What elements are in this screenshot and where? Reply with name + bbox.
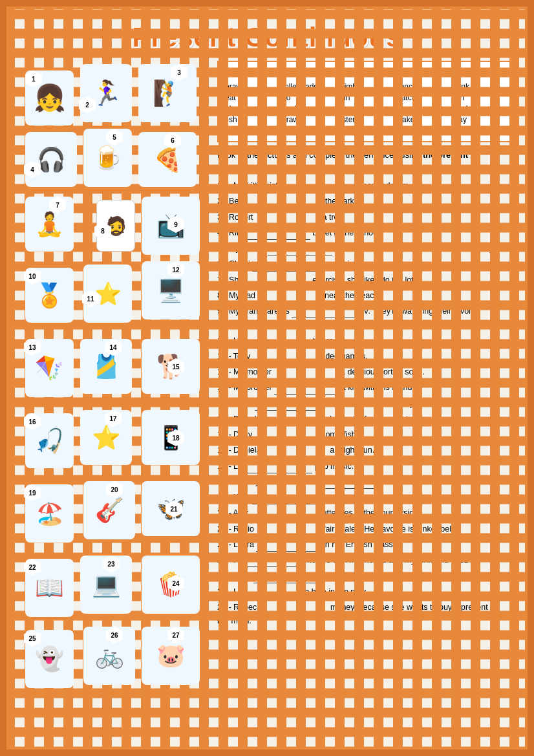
verb: climb — [337, 81, 392, 92]
exercise-2: 2.- Betty in the park. — [217, 195, 512, 208]
ex-num: 10.- He — [217, 336, 246, 345]
blank-23[interactable] — [256, 543, 321, 552]
verb: listen — [337, 114, 392, 125]
blank-16[interactable] — [255, 433, 319, 442]
verb: make — [394, 114, 449, 125]
verb: run — [337, 92, 392, 103]
ex-num: 16.- Dany — [217, 430, 255, 439]
ex-num: 20.- Kate — [217, 493, 252, 502]
verb: draw — [281, 114, 335, 125]
verb: dress up — [337, 125, 392, 136]
exercises: 1.- My Little sister in her bedroom. 2.-… — [217, 179, 512, 628]
verb: save — [451, 125, 506, 136]
ex-after: sand castles in the beach. — [381, 477, 476, 486]
ex-after: a kite with his friends. — [339, 383, 418, 392]
blank-8[interactable] — [258, 294, 323, 303]
ex-after: a bright sun. — [328, 446, 374, 455]
image-grid: 👧 1 🏃‍♀️ 2 🧗 3 🎧 — [22, 61, 206, 695]
exercise-4: 4.- Rita ballet in the school. — [217, 226, 512, 240]
blank-15[interactable] — [263, 417, 328, 426]
exercise-9: 9.- My grandparents TV. They're watching… — [217, 305, 512, 332]
ex-num: 13.- My brother — [217, 383, 274, 392]
blank-12[interactable] — [274, 370, 339, 379]
blank-13[interactable] — [274, 386, 339, 395]
instructions: Look at the pictures and complete the se… — [217, 149, 512, 174]
blank-27[interactable] — [264, 605, 328, 614]
ex-after: some fish. — [319, 430, 358, 439]
blank-5[interactable] — [268, 246, 332, 255]
exercise-22: 22.- Rocio fairly tales. Her favorite is… — [217, 523, 512, 536]
verb: dance — [394, 81, 449, 92]
ex-num: 11.- Tony — [217, 352, 253, 361]
ex-num: 26.- I — [217, 587, 238, 596]
ex-num: 23.- Laura — [217, 540, 256, 549]
verb: catch — [224, 125, 278, 136]
verb: pray — [224, 81, 278, 92]
verb: cook — [281, 103, 335, 114]
verb-grid: pray rollerblade climb dance drink eat d… — [224, 81, 506, 136]
blank-4[interactable] — [246, 231, 310, 240]
ex-after: near the beach. — [323, 291, 381, 300]
ex-after: exercise, she likes do it a lot. — [310, 275, 416, 285]
exercise-23: 23.- Laura in her English class. — [217, 538, 512, 552]
ex-after: her pet, She loves cats. — [328, 415, 414, 424]
ex-after: a bike in the park. — [303, 587, 368, 596]
blank-7[interactable] — [246, 278, 310, 287]
exercise-7: 7.- She exercise, she likes do it a lot. — [217, 274, 512, 287]
verb: rollerblade — [281, 81, 335, 92]
ex-after: a delicious tortilla soup. — [339, 367, 425, 376]
verb: fish — [224, 114, 278, 125]
blank-10[interactable] — [246, 339, 310, 348]
ex-num: 12.- My mother — [217, 367, 274, 376]
blank-3[interactable] — [255, 215, 320, 224]
ex-num: 25.- Elias — [217, 571, 253, 580]
exercise-19: 19.- Tommy and his friends sand castles … — [217, 475, 512, 489]
blank-17[interactable] — [263, 449, 328, 458]
ex-num: 6.- Charli — [217, 259, 252, 268]
blank-18[interactable] — [248, 464, 312, 473]
verb: play — [224, 103, 278, 114]
ex-after: the rope. She does it very well. — [319, 399, 432, 408]
ex-after: beers because they're celebrating a birt… — [332, 244, 495, 253]
blank-26[interactable] — [238, 590, 303, 599]
verb: jump — [394, 103, 449, 114]
ex-num: 9.- My grandparents — [217, 307, 292, 316]
blank-22[interactable] — [256, 527, 321, 536]
ex-after: pop music. — [312, 462, 354, 471]
exercise-20: 20.- Kate the guitar. — [217, 491, 512, 504]
ex-num: 17.- Daniela — [217, 446, 263, 455]
blank-14[interactable] — [255, 402, 319, 411]
verb: play — [451, 114, 506, 125]
ex-num: 3.- Robert — [217, 213, 255, 222]
ex-after: the race. — [310, 336, 344, 345]
blank-24[interactable] — [238, 558, 303, 567]
blank-11[interactable] — [253, 354, 317, 363]
verb: feed — [451, 103, 506, 114]
blank-20[interactable] — [252, 495, 317, 504]
exercise-13: 13.- My brother a kite with his friends. — [217, 381, 512, 394]
blank-19[interactable] — [316, 480, 381, 489]
ex-num: 8.- My dad — [217, 291, 258, 300]
verb: do — [281, 92, 335, 103]
ex-num: 15.- Pamela — [217, 415, 263, 424]
figure-3: 🧗 — [138, 64, 197, 122]
blank-21[interactable] — [251, 512, 315, 521]
blank-6[interactable] — [252, 263, 317, 272]
exercise-17: 17.- Daniela a bright sun. — [217, 444, 512, 457]
ex-after: butterflies in the countryside. — [315, 508, 421, 517]
exercise-18: 18.- Lily pop music. — [217, 460, 512, 473]
exercise-6: 6.- Charli a salami pizza. — [217, 257, 512, 271]
exercise-25: 25.- Elias of a ghost. — [217, 569, 512, 583]
exercise-16: 16.- Dany some fish. — [217, 428, 512, 442]
blank-2[interactable] — [250, 200, 314, 209]
page-border: Present Continuous 👧 1 🏃‍♀️ 2 — [6, 6, 528, 750]
exercise-14: 14.- Dana the rope. She does it very wel… — [217, 397, 512, 411]
exercise-26: 26.- I a bike in the park. — [217, 585, 512, 599]
verb: watch — [394, 92, 449, 103]
blank-1[interactable] — [287, 184, 352, 193]
blank-9[interactable] — [292, 309, 356, 318]
ex-num: 24.- I — [217, 556, 238, 565]
blank-25[interactable] — [253, 574, 318, 583]
exercise-11: 11.- Tony video games. — [217, 350, 512, 363]
ex-num: 7.- She — [217, 275, 246, 285]
